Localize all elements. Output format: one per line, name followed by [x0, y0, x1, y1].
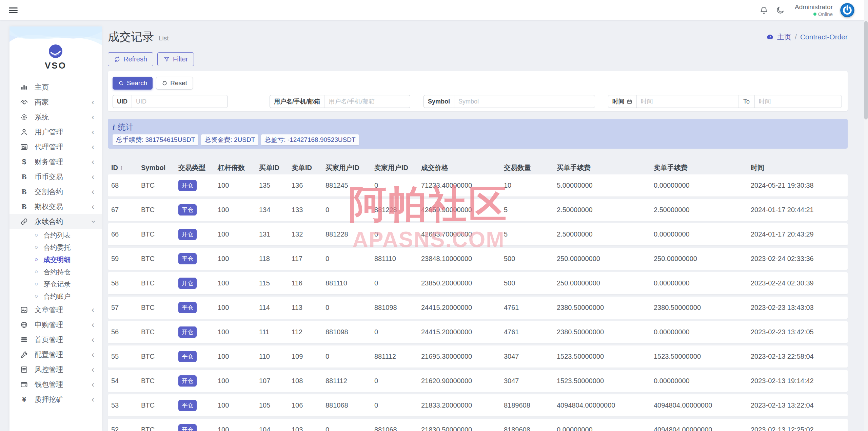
table-row[interactable]: 55BTC平仓100110109088111221695.30000000304…	[108, 345, 848, 368]
refresh-icon	[114, 56, 120, 62]
cell-sell_id: 132	[292, 230, 326, 238]
cell-qty: 5	[504, 206, 557, 214]
table-row[interactable]: 67BTC平仓100134133088122842659.9000000052.…	[108, 199, 848, 221]
sidebar-item-20[interactable]: 风控管理 ‹	[9, 362, 102, 377]
cell-lever: 100	[218, 328, 259, 336]
sidebar-item-3[interactable]: 用户管理 ‹	[9, 125, 102, 139]
column-header[interactable]: 买单手续费	[557, 163, 654, 172]
sidebar-subitem-10[interactable]: ○ 合约列表	[9, 229, 102, 241]
column-header[interactable]: Symbol	[141, 164, 178, 172]
sidebar-subitem-15[interactable]: ○ 合约账户	[9, 290, 102, 302]
dark-mode-moon-icon[interactable]	[776, 6, 785, 15]
time-start-input[interactable]	[637, 95, 738, 108]
chevron-icon: ‹	[89, 220, 97, 223]
column-header[interactable]: 交易数量	[504, 163, 557, 172]
cell-sell_fee: 0.00000000	[654, 377, 751, 385]
reset-button[interactable]: Reset	[156, 77, 193, 90]
cell-seller_uid: 0	[374, 401, 421, 409]
table-row[interactable]: 59BTC平仓100118117088111023848.10000000500…	[108, 248, 848, 270]
cell-time: 2023-02-23 13:43:03	[751, 304, 844, 312]
user-block: Administrator Online	[795, 3, 833, 18]
sidebar-subitem-12[interactable]: ○ 成交明细	[9, 254, 102, 266]
cell-qty: 8189608	[504, 401, 557, 409]
table-row[interactable]: 53BTC平仓100105106881068021833.20000000818…	[108, 394, 848, 416]
sidebar-item-9[interactable]: 永续合约 ‹	[9, 214, 102, 229]
cell-type: 开仓	[178, 375, 218, 387]
cell-lever: 100	[218, 426, 259, 431]
table-row[interactable]: 66BTC开仓100131132881228042683.7000000052.…	[108, 223, 848, 245]
cell-price: 23850.20000000	[421, 279, 504, 287]
filter-button[interactable]: Filter	[157, 52, 194, 66]
table-row[interactable]: 68BTC开仓100135136881245071233.40000000105…	[108, 174, 848, 196]
cell-sell_fee: 4094804.00000000	[654, 426, 751, 431]
search-button[interactable]: Search	[113, 77, 153, 90]
table-row[interactable]: 56BTC开仓100111112881098024415.20000000476…	[108, 321, 848, 343]
table-row[interactable]: 54BTC开仓100107108881112021620.90000000304…	[108, 370, 848, 392]
table-row[interactable]: 58BTC开仓100115116881110023850.20000000500…	[108, 272, 848, 294]
sidebar-item-18[interactable]: 首页管理 ‹	[9, 332, 102, 347]
breadcrumb-current: Contract-Order	[800, 33, 848, 41]
hamburger-menu-icon[interactable]	[9, 6, 18, 15]
cell-buy_id: 114	[259, 304, 292, 312]
cell-lever: 100	[218, 279, 259, 287]
sidebar-subitem-14[interactable]: ○ 穿仓记录	[9, 278, 102, 290]
sidebar-item-5[interactable]: $ 财务管理 ‹	[9, 154, 102, 169]
cell-time: 2024-05-21 19:30:38	[751, 182, 844, 189]
cell-qty: 5	[504, 230, 557, 238]
cell-seller_uid: 881112	[374, 353, 421, 360]
sidebar-subitem-13[interactable]: ○ 合约持仓	[9, 266, 102, 278]
logo-block[interactable]: VSO	[9, 26, 102, 71]
sidebar-subitem-label: 成交明细	[43, 255, 71, 264]
scrollbar-thumb[interactable]	[864, 21, 868, 119]
sidebar-item-4[interactable]: 代理管理 ‹	[9, 139, 102, 154]
column-header[interactable]: ID↑	[111, 164, 141, 172]
sidebar-item-2[interactable]: 系统 ‹	[9, 110, 102, 125]
breadcrumb-home-link[interactable]: 主页	[777, 32, 791, 42]
column-header[interactable]: 成交价格	[421, 163, 504, 172]
sidebar-item-0[interactable]: 主页 ‹	[9, 80, 102, 95]
circle-icon: ○	[35, 281, 38, 287]
cell-symbol: BTC	[141, 279, 178, 287]
logo-text: VSO	[9, 60, 102, 71]
undo-icon	[162, 80, 167, 86]
column-header[interactable]: 卖家用户ID	[374, 163, 421, 172]
sidebar-item-6[interactable]: B 币币交易 ‹	[9, 169, 102, 184]
cell-sell_id: 106	[292, 401, 326, 409]
cell-symbol: BTC	[141, 377, 178, 385]
cell-symbol: BTC	[141, 401, 178, 409]
sidebar-item-19[interactable]: 配置管理 ‹	[9, 347, 102, 362]
column-header[interactable]: 买单ID	[259, 163, 292, 172]
column-header[interactable]: 交易类型	[178, 163, 218, 172]
sidebar-item-1[interactable]: 商家 ‹	[9, 95, 102, 110]
user-avatar[interactable]	[840, 3, 854, 17]
column-header[interactable]: 时间	[751, 163, 844, 172]
sidebar-item-16[interactable]: 文章管理 ‹	[9, 302, 102, 317]
sidebar-item-8[interactable]: Ƀ 期权交易 ‹	[9, 199, 102, 214]
notification-bell-icon[interactable]	[760, 6, 768, 15]
column-header[interactable]: 卖单ID	[292, 163, 326, 172]
sidebar-subitem-label: 合约委托	[43, 243, 71, 252]
column-header[interactable]: 买家用户ID	[326, 163, 374, 172]
time-to-label: To	[738, 95, 755, 108]
sidebar-subitem-11[interactable]: ○ 合约委托	[9, 241, 102, 254]
trade-type-badge: 平仓	[178, 302, 197, 313]
uid-input[interactable]	[132, 95, 228, 108]
sidebar-item-7[interactable]: Ƀ 交割合约 ‹	[9, 184, 102, 199]
sidebar-item-17[interactable]: 申购管理 ‹	[9, 317, 102, 332]
chevron-icon: ‹	[92, 128, 94, 136]
table-row[interactable]: 52BTC开仓100104103088106821830.50000000818…	[108, 419, 848, 431]
sidebar-item-21[interactable]: 钱包管理 ‹	[9, 377, 102, 392]
chevron-icon: ‹	[92, 158, 94, 166]
sidebar-item-22[interactable]: ¥ 质押挖矿 ‹	[9, 392, 102, 407]
time-end-input[interactable]	[755, 95, 842, 108]
user-input[interactable]	[324, 95, 410, 108]
refresh-button[interactable]: Refresh	[108, 52, 153, 66]
cell-time: 2023-02-24 02:33:36	[751, 255, 844, 263]
cell-seller_uid: 881228	[374, 206, 421, 214]
column-header[interactable]: 杠杆倍数	[218, 163, 259, 172]
cell-price: 21833.20000000	[421, 401, 504, 409]
column-header[interactable]: 卖单手续费	[654, 163, 751, 172]
table-row[interactable]: 57BTC平仓100114113088109824415.20000000476…	[108, 297, 848, 319]
vertical-scrollbar[interactable]	[864, 0, 868, 431]
symbol-input[interactable]	[454, 95, 595, 108]
